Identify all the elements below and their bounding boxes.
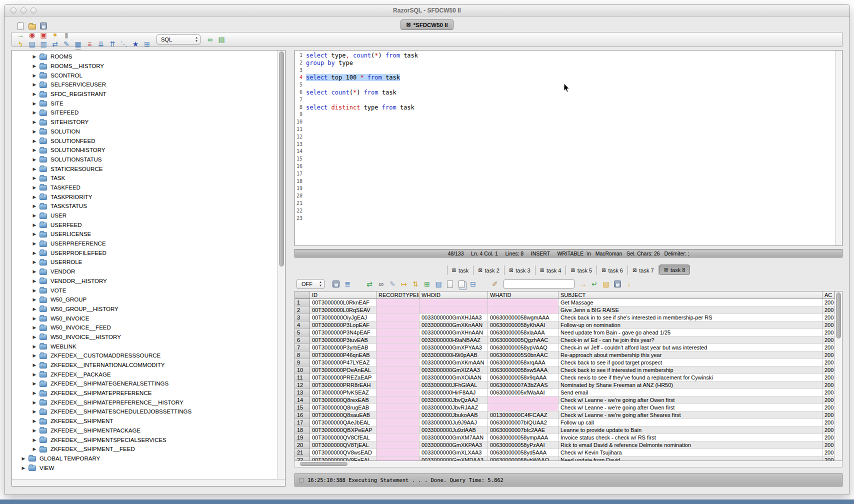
tree-item-sitefeed[interactable]: ▶SITEFEED xyxy=(12,108,278,118)
tree-item-vendor-history[interactable]: ▶VENDOR__HISTORY xyxy=(12,276,278,286)
tree-item-taskpriority[interactable]: ▶TASKPRIORITY xyxy=(12,192,278,202)
table-row[interactable]: 400T3000000P3LopEAF0033000000GmXKnAAN006… xyxy=(295,322,834,329)
row-number-cell[interactable]: 7 xyxy=(295,344,310,352)
cell-ac[interactable]: 200 xyxy=(822,374,834,382)
row-number-cell[interactable]: 16 xyxy=(295,412,310,419)
tree-item-zkfedex-shipment-feed[interactable]: ▶ZKFEDEX__SHIPMENT__FEED xyxy=(12,444,278,454)
tree-item-user[interactable]: ▶USER xyxy=(12,211,278,220)
cell-id[interactable]: 00T3000000PRR8rEAH xyxy=(310,382,376,389)
cell-whatid[interactable]: 00630000007bIc2AAE xyxy=(488,426,558,434)
close-tab-icon[interactable]: ⊠ xyxy=(664,268,668,272)
cell-whatid[interactable]: 006300000058xrqAAA xyxy=(488,359,558,366)
tree-item-userfeed[interactable]: ▶USERFEED xyxy=(12,220,278,230)
close-tab-icon[interactable]: ⊠ xyxy=(632,268,636,273)
tree-item-zkfedex-customaddresssource[interactable]: ▶ZKFEDEX__CUSTOMADDRESSSOURCE xyxy=(12,351,278,360)
cell-whoid[interactable]: 0033000000Ju9J9AAJ xyxy=(420,419,488,426)
result-tab-task-6[interactable]: ⊠task 6 xyxy=(597,266,628,275)
tree-item-rooms-history[interactable]: ▶ROOMS__HISTORY xyxy=(12,62,278,71)
cell-ac[interactable]: 200 xyxy=(822,396,834,404)
tree-item-staticresource[interactable]: ▶STATICRESOURCE xyxy=(12,164,278,174)
cell-recordtypeid[interactable] xyxy=(376,404,420,412)
cell-id[interactable]: 00T3000000QV8CfEAL xyxy=(310,434,376,442)
expand-triangle-icon[interactable]: ▶ xyxy=(32,297,37,302)
save-icon[interactable] xyxy=(39,22,48,30)
cell-id[interactable]: 00T3000000L0RknEAF xyxy=(310,299,376,306)
cell-ac[interactable]: 200 xyxy=(822,352,834,359)
cell-whatid[interactable]: 006300000058ympAAA xyxy=(488,434,558,442)
tree-item-global temporary[interactable]: ▶GLOBAL TEMPORARY xyxy=(12,454,278,464)
cell-ac[interactable]: 200 xyxy=(822,456,834,460)
execute-all-icon[interactable]: ▥ xyxy=(39,40,48,48)
editor-vertical-scrollbar[interactable] xyxy=(835,50,842,246)
cell-id[interactable]: 00T3000000P46qnEAB xyxy=(310,352,376,359)
table-row[interactable]: 300T3000000OiyJgEAJ0033000000GmXHJAA3006… xyxy=(295,314,834,322)
cell-whatid[interactable]: 006300000058yKhAAI xyxy=(488,322,558,329)
cell-recordtypeid[interactable] xyxy=(376,329,420,336)
form-view-icon[interactable]: ▤ xyxy=(434,280,443,288)
cell-id[interactable]: 00T3000000PfvKSEAZ xyxy=(310,389,376,396)
cell-subject[interactable]: Check back in to see if she's interested… xyxy=(558,314,822,322)
tree-item-userlicense[interactable]: ▶USERLICENSE xyxy=(12,230,278,239)
form-icon[interactable]: ▤ xyxy=(28,40,36,48)
close-tab-icon[interactable]: ⊠ xyxy=(478,268,482,273)
expand-triangle-icon[interactable]: ▶ xyxy=(32,390,37,396)
cell-ac[interactable]: 200 xyxy=(822,359,834,366)
cell-id[interactable]: 00T3000000OiyJgEAJ xyxy=(310,314,376,322)
expand-triangle-icon[interactable]: ▶ xyxy=(32,288,37,293)
page-view-icon[interactable] xyxy=(446,280,454,288)
cell-ac[interactable]: 200 xyxy=(822,426,834,434)
export-table-icon[interactable]: ⊞ xyxy=(142,40,152,48)
close-tab-icon[interactable]: ⊠ xyxy=(540,268,544,273)
cell-recordtypeid[interactable] xyxy=(376,366,420,374)
cell-subject[interactable]: Check back to see if good target prospec… xyxy=(558,359,822,366)
table-refresh-icon[interactable]: ⊞ xyxy=(422,280,432,288)
tree-item-selfserviceuser[interactable]: ▶SELFSERVICEUSER xyxy=(12,80,278,90)
row-number-cell[interactable]: 4 xyxy=(295,322,310,329)
expand-triangle-icon[interactable]: ▶ xyxy=(21,466,26,470)
cell-subject[interactable]: Check nexis to see if they've found a re… xyxy=(558,374,822,382)
cell-whoid[interactable]: 0033000000H9i0pAAB xyxy=(420,352,488,359)
expand-triangle-icon[interactable]: ▶ xyxy=(32,194,37,200)
expand-triangle-icon[interactable]: ▶ xyxy=(32,381,37,386)
sort-filter-icon[interactable]: ≣ xyxy=(343,280,352,288)
cell-whoid[interactable]: 0033000000HirF8AAJ xyxy=(420,389,488,396)
execute-sql-icon[interactable]: ϟ xyxy=(16,40,25,48)
cell-whoid[interactable]: 0033000000JbvRJAAZ xyxy=(420,404,488,412)
cell-whoid[interactable]: 0033000000Ju9zlAAB xyxy=(420,426,488,434)
tree-item-w50-invoice[interactable]: ▶W50_INVOICE xyxy=(12,314,278,323)
connect-icon[interactable]: → xyxy=(16,30,25,40)
save-results-icon[interactable] xyxy=(332,280,340,288)
table-row[interactable]: 2000T3000000QV8TjEAL0033000000GmXKPAA300… xyxy=(295,442,834,449)
tree-item-weblink[interactable]: ▶WEBLINK xyxy=(12,342,278,351)
expand-triangle-icon[interactable]: ▶ xyxy=(32,250,37,256)
tree-view-icon[interactable]: ↦ xyxy=(400,280,408,288)
expand-triangle-icon[interactable]: ▶ xyxy=(32,400,37,405)
expand-triangle-icon[interactable]: ▶ xyxy=(32,64,37,68)
tree-item-taskstatus[interactable]: ▶TASKSTATUS xyxy=(12,202,278,211)
cell-id[interactable]: 00T3000000Q8sauEAB xyxy=(310,412,376,419)
table-row[interactable]: 1000T3000000POeAnEAL0033000000GmXIZAA300… xyxy=(295,366,834,374)
new-connection-icon[interactable]: ✶ xyxy=(50,30,60,40)
expand-triangle-icon[interactable]: ▶ xyxy=(32,353,37,358)
edit-page-icon[interactable]: ✎ xyxy=(62,40,71,48)
table-row[interactable]: 1500T3000000Q8rugEAB0033000000JbvRJAAZCh… xyxy=(295,404,834,412)
cell-subject[interactable]: Nominated by Shane Freeman at ANZ (HR50) xyxy=(558,382,822,389)
expand-triangle-icon[interactable]: ▶ xyxy=(32,446,37,452)
cell-ac[interactable]: 200 xyxy=(822,336,834,344)
expand-triangle-icon[interactable]: ▶ xyxy=(32,213,37,218)
close-tab-icon[interactable]: ⊠ xyxy=(602,268,606,273)
table-hscrollbar-thumb[interactable] xyxy=(300,462,348,466)
cell-id[interactable]: 00T3000000QV9FaEAL xyxy=(310,456,376,460)
cell-subject[interactable]: Get Massage xyxy=(558,299,822,306)
cell-whatid[interactable]: 006300000058wgmAAA xyxy=(488,314,558,322)
tree-scrollbar-thumb[interactable] xyxy=(279,52,284,266)
table-scrollbar-thumb[interactable] xyxy=(836,292,841,338)
expand-triangle-icon[interactable]: ▶ xyxy=(32,409,37,414)
tree-horizontal-scrollbar[interactable] xyxy=(12,479,285,486)
row-number-cell[interactable]: 6 xyxy=(295,336,310,344)
tree-item-userprofilefeed[interactable]: ▶USERPROFILEFEED xyxy=(12,248,278,258)
cell-whoid[interactable]: 0033000000GmXHJAA3 xyxy=(420,314,488,322)
sql-code-area[interactable]: select type, count(*) from taskgroup by … xyxy=(304,50,842,246)
refresh-results-icon[interactable]: ⇄ xyxy=(365,280,374,288)
cell-subject[interactable]: Check w/ Kevin Tsujihara xyxy=(558,449,822,456)
